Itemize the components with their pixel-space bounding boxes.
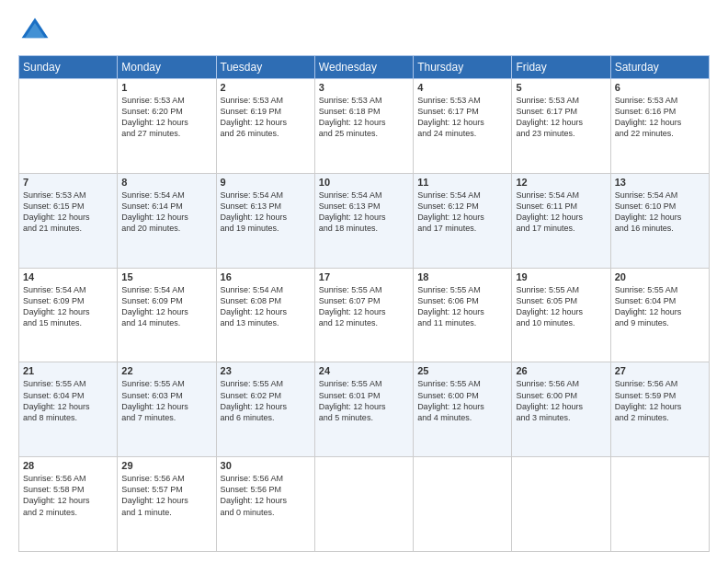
cell-info: Sunrise: 5:54 AM Sunset: 6:14 PM Dayligh… bbox=[121, 190, 211, 235]
cell-info: Sunrise: 5:56 AM Sunset: 6:00 PM Dayligh… bbox=[516, 378, 606, 423]
day-number: 17 bbox=[319, 271, 409, 282]
day-number: 25 bbox=[417, 365, 507, 376]
calendar-cell bbox=[512, 457, 610, 552]
calendar-week-row: 7Sunrise: 5:53 AM Sunset: 6:15 PM Daylig… bbox=[19, 173, 710, 268]
weekday-header-monday: Monday bbox=[118, 56, 216, 79]
day-number: 28 bbox=[23, 460, 113, 471]
calendar-cell: 19Sunrise: 5:55 AM Sunset: 6:05 PM Dayli… bbox=[512, 268, 610, 362]
day-number: 5 bbox=[516, 82, 606, 93]
cell-info: Sunrise: 5:55 AM Sunset: 6:05 PM Dayligh… bbox=[516, 284, 606, 329]
calendar-cell: 16Sunrise: 5:54 AM Sunset: 6:08 PM Dayli… bbox=[216, 268, 314, 362]
calendar-cell: 8Sunrise: 5:54 AM Sunset: 6:14 PM Daylig… bbox=[118, 173, 216, 268]
calendar-cell bbox=[19, 79, 118, 174]
cell-info: Sunrise: 5:55 AM Sunset: 6:00 PM Dayligh… bbox=[417, 378, 507, 423]
calendar-cell: 17Sunrise: 5:55 AM Sunset: 6:07 PM Dayli… bbox=[314, 268, 413, 362]
header bbox=[18, 15, 710, 48]
cell-info: Sunrise: 5:55 AM Sunset: 6:07 PM Dayligh… bbox=[319, 284, 409, 329]
cell-info: Sunrise: 5:55 AM Sunset: 6:02 PM Dayligh… bbox=[221, 378, 311, 423]
calendar-cell: 21Sunrise: 5:55 AM Sunset: 6:04 PM Dayli… bbox=[19, 362, 118, 457]
calendar-cell: 6Sunrise: 5:53 AM Sunset: 6:16 PM Daylig… bbox=[610, 79, 709, 174]
calendar-cell bbox=[314, 457, 413, 552]
cell-info: Sunrise: 5:53 AM Sunset: 6:20 PM Dayligh… bbox=[121, 95, 211, 140]
cell-info: Sunrise: 5:53 AM Sunset: 6:15 PM Dayligh… bbox=[23, 190, 113, 235]
calendar-cell: 10Sunrise: 5:54 AM Sunset: 6:13 PM Dayli… bbox=[314, 173, 413, 268]
day-number: 12 bbox=[516, 177, 606, 188]
calendar-cell: 23Sunrise: 5:55 AM Sunset: 6:02 PM Dayli… bbox=[216, 362, 314, 457]
calendar-cell: 5Sunrise: 5:53 AM Sunset: 6:17 PM Daylig… bbox=[512, 79, 610, 174]
day-number: 3 bbox=[319, 82, 409, 93]
calendar-cell bbox=[610, 457, 709, 552]
day-number: 14 bbox=[23, 271, 113, 282]
day-number: 7 bbox=[23, 177, 113, 188]
calendar-cell: 30Sunrise: 5:56 AM Sunset: 5:56 PM Dayli… bbox=[216, 457, 314, 552]
calendar-cell: 14Sunrise: 5:54 AM Sunset: 6:09 PM Dayli… bbox=[19, 268, 118, 362]
cell-info: Sunrise: 5:56 AM Sunset: 5:59 PM Dayligh… bbox=[615, 378, 705, 423]
cell-info: Sunrise: 5:55 AM Sunset: 6:04 PM Dayligh… bbox=[23, 378, 113, 423]
cell-info: Sunrise: 5:54 AM Sunset: 6:13 PM Dayligh… bbox=[221, 190, 311, 235]
day-number: 15 bbox=[121, 271, 211, 282]
calendar-week-row: 28Sunrise: 5:56 AM Sunset: 5:58 PM Dayli… bbox=[19, 457, 710, 552]
calendar-cell: 15Sunrise: 5:54 AM Sunset: 6:09 PM Dayli… bbox=[118, 268, 216, 362]
cell-info: Sunrise: 5:53 AM Sunset: 6:16 PM Dayligh… bbox=[615, 95, 705, 140]
day-number: 4 bbox=[417, 82, 507, 93]
logo bbox=[18, 15, 55, 48]
cell-info: Sunrise: 5:54 AM Sunset: 6:10 PM Dayligh… bbox=[615, 190, 705, 235]
calendar-cell: 2Sunrise: 5:53 AM Sunset: 6:19 PM Daylig… bbox=[216, 79, 314, 174]
cell-info: Sunrise: 5:56 AM Sunset: 5:57 PM Dayligh… bbox=[121, 473, 211, 518]
cell-info: Sunrise: 5:55 AM Sunset: 6:01 PM Dayligh… bbox=[319, 378, 409, 423]
weekday-header-saturday: Saturday bbox=[610, 56, 709, 79]
day-number: 26 bbox=[516, 365, 606, 376]
day-number: 9 bbox=[221, 177, 311, 188]
cell-info: Sunrise: 5:54 AM Sunset: 6:11 PM Dayligh… bbox=[516, 190, 606, 235]
calendar-cell: 4Sunrise: 5:53 AM Sunset: 6:17 PM Daylig… bbox=[414, 79, 512, 174]
cell-info: Sunrise: 5:56 AM Sunset: 5:58 PM Dayligh… bbox=[23, 473, 113, 518]
day-number: 13 bbox=[615, 177, 705, 188]
calendar-week-row: 1Sunrise: 5:53 AM Sunset: 6:20 PM Daylig… bbox=[19, 79, 710, 174]
day-number: 18 bbox=[417, 271, 507, 282]
day-number: 16 bbox=[221, 271, 311, 282]
day-number: 8 bbox=[121, 177, 211, 188]
cell-info: Sunrise: 5:55 AM Sunset: 6:03 PM Dayligh… bbox=[121, 378, 211, 423]
cell-info: Sunrise: 5:54 AM Sunset: 6:12 PM Dayligh… bbox=[417, 190, 507, 235]
calendar-cell: 12Sunrise: 5:54 AM Sunset: 6:11 PM Dayli… bbox=[512, 173, 610, 268]
day-number: 1 bbox=[121, 82, 211, 93]
page: SundayMondayTuesdayWednesdayThursdayFrid… bbox=[0, 0, 728, 563]
cell-info: Sunrise: 5:54 AM Sunset: 6:09 PM Dayligh… bbox=[121, 284, 211, 329]
calendar-cell bbox=[414, 457, 512, 552]
calendar-cell: 20Sunrise: 5:55 AM Sunset: 6:04 PM Dayli… bbox=[610, 268, 709, 362]
cell-info: Sunrise: 5:54 AM Sunset: 6:08 PM Dayligh… bbox=[221, 284, 311, 329]
weekday-header-thursday: Thursday bbox=[414, 56, 512, 79]
cell-info: Sunrise: 5:53 AM Sunset: 6:17 PM Dayligh… bbox=[516, 95, 606, 140]
calendar-cell: 26Sunrise: 5:56 AM Sunset: 6:00 PM Dayli… bbox=[512, 362, 610, 457]
cell-info: Sunrise: 5:53 AM Sunset: 6:17 PM Dayligh… bbox=[417, 95, 507, 140]
calendar-cell: 29Sunrise: 5:56 AM Sunset: 5:57 PM Dayli… bbox=[118, 457, 216, 552]
weekday-header-tuesday: Tuesday bbox=[216, 56, 314, 79]
calendar-table: SundayMondayTuesdayWednesdayThursdayFrid… bbox=[18, 55, 710, 552]
day-number: 2 bbox=[221, 82, 311, 93]
day-number: 27 bbox=[615, 365, 705, 376]
day-number: 11 bbox=[417, 177, 507, 188]
day-number: 21 bbox=[23, 365, 113, 376]
calendar-cell: 24Sunrise: 5:55 AM Sunset: 6:01 PM Dayli… bbox=[314, 362, 413, 457]
day-number: 19 bbox=[516, 271, 606, 282]
cell-info: Sunrise: 5:54 AM Sunset: 6:09 PM Dayligh… bbox=[23, 284, 113, 329]
weekday-header-friday: Friday bbox=[512, 56, 610, 79]
calendar-cell: 27Sunrise: 5:56 AM Sunset: 5:59 PM Dayli… bbox=[610, 362, 709, 457]
day-number: 20 bbox=[615, 271, 705, 282]
cell-info: Sunrise: 5:53 AM Sunset: 6:19 PM Dayligh… bbox=[221, 95, 311, 140]
day-number: 24 bbox=[319, 365, 409, 376]
cell-info: Sunrise: 5:54 AM Sunset: 6:13 PM Dayligh… bbox=[319, 190, 409, 235]
calendar-cell: 28Sunrise: 5:56 AM Sunset: 5:58 PM Dayli… bbox=[19, 457, 118, 552]
cell-info: Sunrise: 5:55 AM Sunset: 6:06 PM Dayligh… bbox=[417, 284, 507, 329]
day-number: 22 bbox=[121, 365, 211, 376]
calendar-week-row: 21Sunrise: 5:55 AM Sunset: 6:04 PM Dayli… bbox=[19, 362, 710, 457]
day-number: 29 bbox=[121, 460, 211, 471]
calendar-cell: 25Sunrise: 5:55 AM Sunset: 6:00 PM Dayli… bbox=[414, 362, 512, 457]
cell-info: Sunrise: 5:53 AM Sunset: 6:18 PM Dayligh… bbox=[319, 95, 409, 140]
calendar-cell: 11Sunrise: 5:54 AM Sunset: 6:12 PM Dayli… bbox=[414, 173, 512, 268]
calendar-week-row: 14Sunrise: 5:54 AM Sunset: 6:09 PM Dayli… bbox=[19, 268, 710, 362]
day-number: 6 bbox=[615, 82, 705, 93]
calendar-cell: 22Sunrise: 5:55 AM Sunset: 6:03 PM Dayli… bbox=[118, 362, 216, 457]
day-number: 10 bbox=[319, 177, 409, 188]
weekday-header-row: SundayMondayTuesdayWednesdayThursdayFrid… bbox=[19, 56, 710, 79]
